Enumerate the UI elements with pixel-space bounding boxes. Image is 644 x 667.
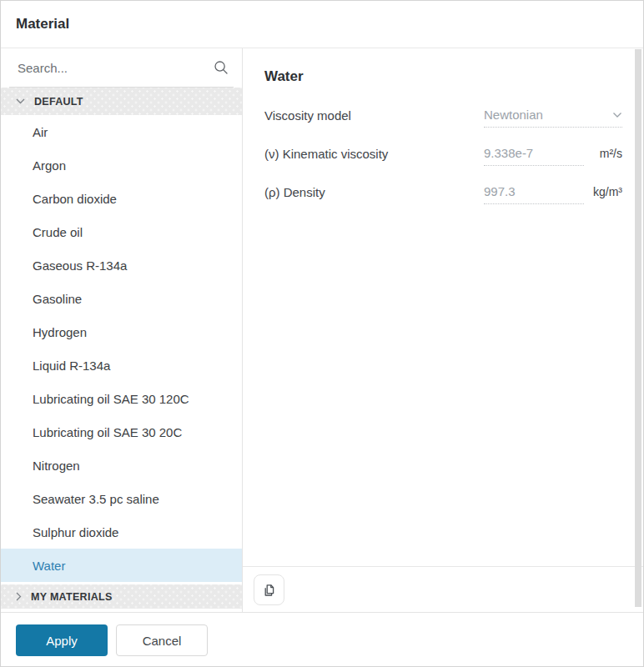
- field-value-input[interactable]: [484, 108, 609, 122]
- field-label: (ν) Kinematic viscosity: [264, 147, 484, 161]
- apply-button[interactable]: Apply: [16, 624, 108, 656]
- list-item[interactable]: Gaseous R-134a: [1, 248, 242, 282]
- list-item[interactable]: Gasoline: [1, 282, 242, 315]
- material-sidebar: DEFAULT AirArgonCarbon dioxideCrude oilG…: [1, 48, 243, 612]
- cancel-button[interactable]: Cancel: [116, 624, 208, 656]
- viscosity-model-select[interactable]: [484, 103, 622, 128]
- panel-content: Water Viscosity model (ν) Kinematic visc…: [243, 48, 643, 566]
- field-label: Viscosity model: [264, 108, 484, 123]
- field-value-box: [484, 141, 584, 166]
- list-item[interactable]: Water: [1, 549, 242, 582]
- material-detail-panel: Water Viscosity model (ν) Kinematic visc…: [243, 48, 643, 612]
- panel-actions: [243, 566, 643, 612]
- list-item[interactable]: Air: [1, 115, 242, 148]
- field-row: Viscosity model: [264, 103, 622, 128]
- list-item[interactable]: Liquid R-134a: [1, 349, 242, 382]
- unit-label: m²/s: [584, 147, 622, 160]
- field-rows: Viscosity model (ν) Kinematic viscosity …: [264, 103, 622, 204]
- copy-material-button[interactable]: [254, 574, 284, 605]
- list-item[interactable]: Lubricating oil SAE 30 20C: [1, 415, 242, 449]
- field-value-box: [484, 179, 584, 204]
- field-label: (ρ) Density: [264, 185, 484, 199]
- list-item[interactable]: Hydrogen: [1, 315, 242, 349]
- field-value-input[interactable]: [484, 184, 584, 198]
- material-list: AirArgonCarbon dioxideCrude oilGaseous R…: [1, 115, 242, 582]
- chevron-down-icon: [612, 112, 622, 118]
- search-field-wrapper: [9, 48, 234, 88]
- chevron-down-icon: [16, 98, 25, 104]
- search-row: [1, 48, 242, 88]
- unit-label: kg/m³: [584, 185, 622, 198]
- list-item[interactable]: Seawater 3.5 pc saline: [1, 482, 242, 515]
- field-row: (ρ) Density kg/m³: [264, 179, 622, 204]
- field-row: (ν) Kinematic viscosity m²/s: [264, 141, 622, 166]
- search-icon[interactable]: [214, 60, 229, 75]
- dialog-body: DEFAULT AirArgonCarbon dioxideCrude oilG…: [1, 48, 643, 612]
- scrollbar[interactable]: [635, 49, 641, 607]
- search-input[interactable]: [16, 60, 214, 76]
- chevron-right-icon: [16, 592, 22, 601]
- dialog-header: Material: [1, 1, 643, 48]
- material-title: Water: [264, 68, 622, 85]
- group-label: DEFAULT: [34, 96, 83, 108]
- list-item[interactable]: Argon: [1, 148, 242, 182]
- dialog-footer: Apply Cancel: [1, 612, 643, 667]
- group-header-my-materials[interactable]: MY MATERIALS: [1, 584, 242, 609]
- list-item[interactable]: Carbon dioxide: [1, 182, 242, 215]
- list-item[interactable]: Lubricating oil SAE 30 120C: [1, 382, 242, 415]
- group-label: MY MATERIALS: [31, 591, 113, 603]
- copy-icon: [262, 583, 277, 598]
- field-value-input[interactable]: [484, 146, 584, 160]
- list-item[interactable]: Sulphur dioxide: [1, 515, 242, 549]
- list-item[interactable]: Nitrogen: [1, 449, 242, 482]
- page-title: Material: [16, 16, 69, 33]
- list-item[interactable]: Crude oil: [1, 215, 242, 248]
- group-header-default[interactable]: DEFAULT: [1, 88, 242, 115]
- material-dialog: Material DEFAULT: [0, 0, 644, 667]
